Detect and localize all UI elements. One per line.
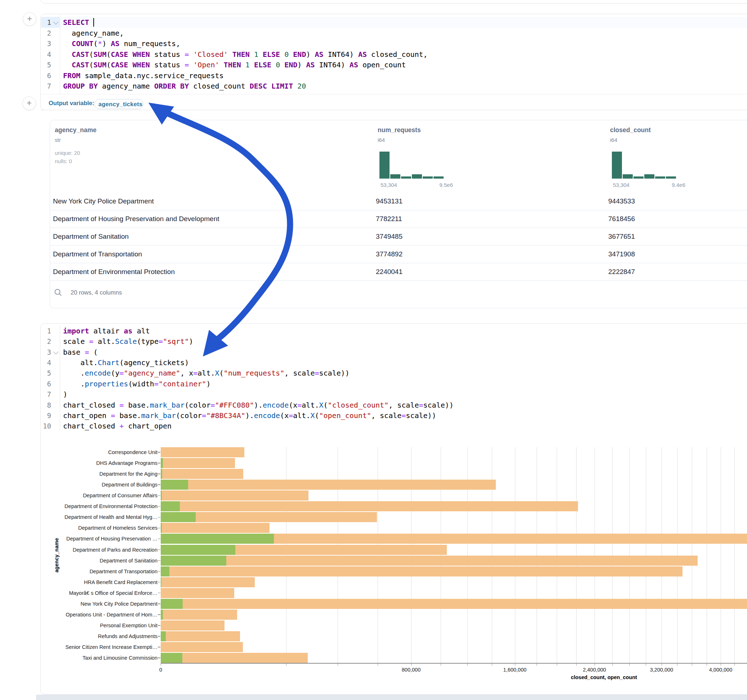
- table-row[interactable]: Department of Sanitation37494853677651: [50, 228, 747, 246]
- bar-closed: [161, 653, 308, 663]
- x-axis-tick-label: 800,000: [402, 667, 420, 673]
- bar-closed: [161, 447, 244, 457]
- y-axis-tick: [158, 560, 160, 561]
- column-type: i64: [378, 137, 385, 143]
- x-axis-tick: [286, 664, 286, 666]
- x-axis-tick: [411, 664, 411, 666]
- column-stat: nulls: 0: [55, 158, 72, 164]
- bar-open: [161, 577, 162, 587]
- bar-closed: [161, 458, 235, 468]
- x-axis-tick: [441, 664, 441, 666]
- python-gutter-divider: [60, 325, 60, 431]
- histogram-min-label: 53,304: [613, 182, 629, 188]
- y-axis-tick: [158, 614, 160, 615]
- column-type: i64: [610, 137, 617, 143]
- code-line: SELECT: [63, 17, 94, 28]
- x-axis-tick-label: 0: [159, 667, 162, 673]
- table-cell: 9453131: [376, 197, 402, 205]
- y-axis-tick: [158, 603, 160, 604]
- line-number: 6: [40, 70, 60, 81]
- y-axis-label: DHS Advantage Programs: [13, 460, 157, 466]
- line-number: 7: [40, 81, 60, 92]
- code-line: agency_name,: [63, 28, 124, 39]
- text-cursor: [93, 18, 94, 27]
- x-axis-tick-label: 4,000,000: [709, 667, 733, 673]
- y-axis-label: Taxi and Limousine Commission: [13, 655, 157, 661]
- y-axis-label: Department of Parks and Recreation: [13, 547, 157, 553]
- add-cell-button-mid[interactable]: +: [22, 97, 36, 110]
- y-axis-tick: [158, 495, 160, 496]
- table-cell: 9443533: [608, 197, 635, 205]
- y-axis-label: Department of Transportation: [13, 568, 157, 575]
- histogram-bar: [390, 174, 400, 179]
- column-header-agency_name[interactable]: agency_name: [55, 127, 97, 134]
- line-number: 4: [40, 49, 60, 60]
- bar-open: [161, 480, 188, 490]
- y-axis-label: Department for the Aging: [13, 471, 157, 477]
- y-axis-tick: [158, 474, 160, 474]
- code-line: ): [63, 389, 67, 400]
- bar-open: [161, 631, 166, 641]
- bar-closed: [161, 588, 234, 598]
- table-cell: 7618456: [608, 215, 635, 223]
- code-line: FROM sample_data.nyc.service_requests: [63, 70, 224, 81]
- histogram-bar: [434, 177, 444, 179]
- x-axis-tick: [721, 664, 721, 666]
- bar-open: [161, 566, 169, 576]
- line-number: 10: [40, 421, 60, 431]
- x-axis-tick: [629, 664, 629, 666]
- y-axis-label: HRA Benefit Card Replacement: [13, 579, 157, 585]
- code-line: CAST(SUM(CASE WHEN status = 'Open' THEN …: [63, 59, 406, 70]
- bar-closed: [161, 642, 243, 652]
- search-icon[interactable]: [54, 288, 62, 297]
- chart-gridline: [734, 447, 735, 663]
- y-axis-tick: [158, 658, 160, 658]
- bar-closed: [161, 523, 269, 533]
- y-axis-tick: [158, 484, 160, 485]
- y-axis-label: Refunds and Adjustments: [13, 633, 157, 640]
- line-number: 4: [40, 357, 60, 368]
- y-axis-label: Department of Housing Preservation …: [13, 536, 157, 542]
- code-line: scale = alt.Scale(type="sqrt"): [63, 336, 193, 347]
- histogram-bar: [623, 174, 633, 179]
- column-header-num_requests[interactable]: num_requests: [378, 127, 421, 134]
- table-cell: Department of Transportation: [53, 250, 142, 258]
- x-axis-tick: [612, 664, 612, 666]
- x-axis-tick: [338, 664, 338, 666]
- column-header-closed_count[interactable]: closed_count: [610, 127, 651, 134]
- histogram-bar: [644, 174, 655, 179]
- x-axis-tick: [662, 664, 662, 666]
- bar-closed: [161, 490, 308, 501]
- y-axis-tick: [158, 506, 160, 507]
- table-row[interactable]: Department of Transportation377489234719…: [50, 246, 747, 263]
- y-axis-label: Correspondence Unit: [13, 449, 157, 456]
- add-cell-button-top[interactable]: +: [23, 12, 36, 26]
- bar-open: [161, 501, 180, 511]
- y-axis-label: Department of Sanitation: [13, 557, 157, 564]
- table-cell: New York City Police Department: [53, 197, 154, 205]
- histogram-min-label: 53,304: [381, 182, 397, 188]
- table-row[interactable]: Department of Housing Preservation and D…: [50, 210, 747, 228]
- line-number: 1: [40, 326, 60, 336]
- code-line: .properties(width="container"): [63, 379, 210, 389]
- x-axis-tick: [492, 664, 492, 666]
- table-row[interactable]: Department of Environmental Protection22…: [50, 263, 747, 281]
- line-number: 7: [40, 389, 60, 400]
- y-axis-tick: [158, 636, 160, 637]
- x-axis-tick: [734, 664, 735, 666]
- chart-gridline: [721, 447, 721, 663]
- output-variable-label: Output variable:: [48, 100, 94, 107]
- x-axis-tick: [677, 664, 677, 666]
- table-cell: 2222847: [608, 268, 635, 276]
- table-row[interactable]: New York City Police Department945313194…: [50, 193, 747, 210]
- code-line: CAST(SUM(CASE WHEN status = 'Closed' THE…: [63, 49, 428, 60]
- output-variable-pill[interactable]: agency_tickets: [94, 99, 144, 109]
- code-line: chart_closed + chart_open: [63, 421, 171, 431]
- y-axis-tick: [158, 528, 160, 529]
- table-cell: Department of Environmental Protection: [53, 268, 175, 276]
- x-axis-tick: [515, 664, 515, 666]
- code-line: .encode(y="agency_name", x=alt.X("num_re…: [63, 368, 349, 379]
- y-axis-label: Department of Health and Mental Hyg…: [13, 514, 157, 520]
- histogram-max-label: 9.5e6: [434, 182, 459, 188]
- y-axis-tick: [158, 452, 160, 453]
